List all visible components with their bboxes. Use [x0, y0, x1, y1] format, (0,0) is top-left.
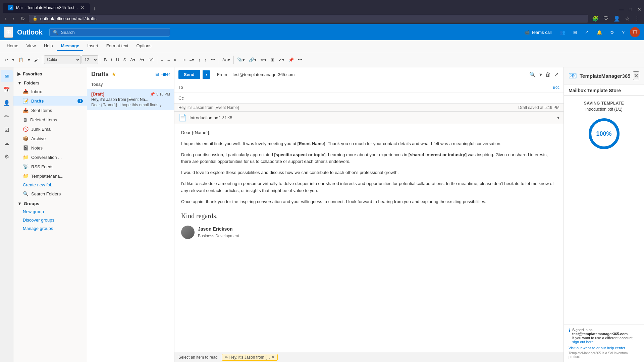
format-paint-btn[interactable]: 🖌	[33, 56, 40, 63]
italic-btn[interactable]: I	[109, 56, 114, 63]
search-input[interactable]	[61, 30, 166, 35]
nav-item-archive[interactable]: 📦 Archive	[13, 134, 87, 143]
more-btn[interactable]: •••	[209, 56, 217, 63]
highlight-btn[interactable]: A▾	[128, 56, 137, 63]
cc-input[interactable]	[189, 96, 559, 101]
line-spacing-btn[interactable]: ↕	[197, 56, 202, 63]
nav-item-conversation[interactable]: 📁 Conversation ...	[13, 153, 87, 162]
styles-btn[interactable]: Aa▾	[221, 56, 232, 63]
waffle-btn[interactable]: ⊞	[4, 26, 13, 38]
grid-view-btn[interactable]: ⊞	[571, 28, 580, 36]
sidebar-calendar-btn[interactable]: 📅	[1, 83, 13, 96]
groups-header[interactable]: ▼ Groups	[13, 200, 87, 207]
sidebar-tasks-btn[interactable]: ✏	[1, 110, 13, 122]
filter-btn[interactable]: ⊟ Filter	[155, 72, 170, 77]
active-tab[interactable]: O Mail - TemplateManager365 Test... ✕	[3, 3, 90, 13]
sidebar-todo-btn[interactable]: ☑	[1, 124, 13, 136]
window-minimize-btn[interactable]: —	[616, 6, 627, 13]
draft-close-btn[interactable]: ✕	[271, 355, 275, 360]
search-box[interactable]: 🔍	[49, 28, 170, 37]
highlight2-btn[interactable]: ✏▾	[259, 56, 268, 63]
align-btn[interactable]: ≡▾	[188, 56, 196, 63]
nav-item-notes[interactable]: 📓 Notes	[13, 143, 87, 153]
numbering-btn[interactable]: ≡	[166, 56, 172, 63]
to-input[interactable]	[189, 85, 550, 90]
refresh-btn[interactable]: ↻	[18, 15, 27, 22]
bcc-link[interactable]: Bcc	[553, 85, 559, 90]
extensions-btn[interactable]: 🧩	[590, 15, 600, 22]
window-close-btn[interactable]: ✕	[635, 6, 644, 13]
send-btn[interactable]: Send	[178, 70, 200, 79]
send-dropdown-btn[interactable]: ▾	[203, 70, 210, 79]
zoom-dropdown-btn[interactable]: ▾	[538, 70, 543, 79]
nav-item-template[interactable]: 📁 TemplateMana...	[13, 171, 87, 181]
create-folder-link[interactable]: Create new fol...	[13, 181, 87, 189]
new-tab-btn[interactable]: +	[90, 6, 99, 13]
font-size-select[interactable]: 12	[82, 55, 98, 64]
nav-item-rss[interactable]: 📡 RSS Feeds	[13, 162, 87, 171]
bold-btn[interactable]: B	[102, 56, 108, 63]
clear-format-btn[interactable]: ⌧	[147, 56, 155, 63]
email-item[interactable]: [Draft] 📌 5:16 PM Hey, it's Jason from […	[87, 89, 174, 110]
template-close-btn[interactable]: ✕	[633, 71, 639, 80]
notifications-btn[interactable]: 🔔	[594, 28, 605, 36]
clipboard-dropdown-btn[interactable]: ▾	[26, 56, 32, 63]
teams-call-btn[interactable]: 📹 Teams call	[522, 28, 554, 36]
undo-dropdown-btn[interactable]: ▾	[10, 56, 16, 63]
link-btn[interactable]: 🔗▾	[247, 56, 258, 63]
help-btn[interactable]: ?	[620, 28, 627, 36]
nav-item-sent[interactable]: 📤 Sent Items	[13, 106, 87, 115]
attachment-expand-icon[interactable]: ▾	[557, 115, 559, 120]
window-maximize-btn[interactable]: □	[627, 6, 635, 13]
sidebar-apps-btn[interactable]: ⚙	[1, 150, 13, 163]
people-icon-btn[interactable]: 👥	[557, 28, 568, 36]
zoom-btn[interactable]: 🔍	[528, 70, 537, 79]
back-btn[interactable]: ‹	[3, 15, 8, 22]
strikethrough-btn[interactable]: S	[121, 56, 128, 63]
font-family-select[interactable]: Calibri	[44, 55, 81, 64]
settings-btn[interactable]: ⋮	[633, 15, 641, 22]
share-btn[interactable]: ↗	[582, 28, 591, 36]
sidebar-mail-btn[interactable]: ✉	[1, 70, 13, 82]
bookmark-btn[interactable]: ☆	[623, 15, 631, 22]
sign-out-link[interactable]: sign out here.	[572, 340, 595, 344]
nav-item-deleted[interactable]: 🗑 Deleted Items	[13, 115, 87, 124]
increase-indent-btn[interactable]: ⇥	[180, 56, 187, 63]
nav-item-inbox[interactable]: 📥 Inbox	[13, 87, 87, 96]
nav-item-junk[interactable]: 🚫 Junk Email	[13, 124, 87, 134]
tab-options[interactable]: Options	[132, 41, 156, 51]
avatar[interactable]: TT	[630, 27, 640, 37]
address-bar[interactable]: 🔒 outlook.office.com/mail/drafts	[29, 15, 588, 22]
tab-home[interactable]: Home	[3, 41, 22, 51]
table-btn[interactable]: ⊞	[269, 56, 276, 63]
email-body[interactable]: Dear {{Name}}, I hope this email finds y…	[174, 124, 564, 352]
manage-groups-link[interactable]: Manage groups	[13, 224, 87, 233]
underline-btn[interactable]: U	[114, 56, 121, 63]
favorites-header[interactable]: ▶ Favorites	[13, 70, 87, 78]
para-spacing-btn[interactable]: ↕	[203, 56, 209, 63]
nav-item-search-folders[interactable]: 🔍 Search Folders	[13, 189, 87, 198]
discover-groups-link[interactable]: Discover groups	[13, 216, 87, 224]
clipboard-btn[interactable]: 📋	[17, 56, 25, 63]
tab-view[interactable]: View	[22, 41, 40, 51]
undo-btn[interactable]: ↩	[3, 56, 10, 63]
delete-compose-btn[interactable]: 🗑	[544, 70, 552, 79]
shield-btn[interactable]: 🛡	[602, 15, 610, 22]
font-color-btn[interactable]: A▾	[138, 56, 147, 63]
tab-close-btn[interactable]: ✕	[80, 5, 85, 10]
settings-btn[interactable]: ⚙	[607, 28, 617, 36]
tab-insert[interactable]: Insert	[83, 41, 102, 51]
more2-btn[interactable]: •••	[296, 56, 304, 63]
website-link[interactable]: Visit our website or our help center	[569, 346, 639, 350]
tab-message[interactable]: Message	[57, 41, 83, 51]
sidebar-cloud-btn[interactable]: ☁	[1, 137, 13, 149]
expand-compose-btn[interactable]: ⤢	[553, 70, 559, 79]
attach-btn[interactable]: 📎▾	[235, 56, 247, 63]
spell-btn[interactable]: ✓▾	[277, 56, 286, 63]
sidebar-people-btn[interactable]: 👤	[1, 97, 13, 109]
tab-format-text[interactable]: Format text	[102, 41, 132, 51]
bottom-draft[interactable]: ✏ Hey, it's Jason from [... ✕	[222, 354, 278, 361]
decrease-indent-btn[interactable]: ⇤	[172, 56, 179, 63]
forward-btn[interactable]: ›	[10, 15, 16, 22]
profile-btn[interactable]: 👤	[612, 15, 622, 22]
